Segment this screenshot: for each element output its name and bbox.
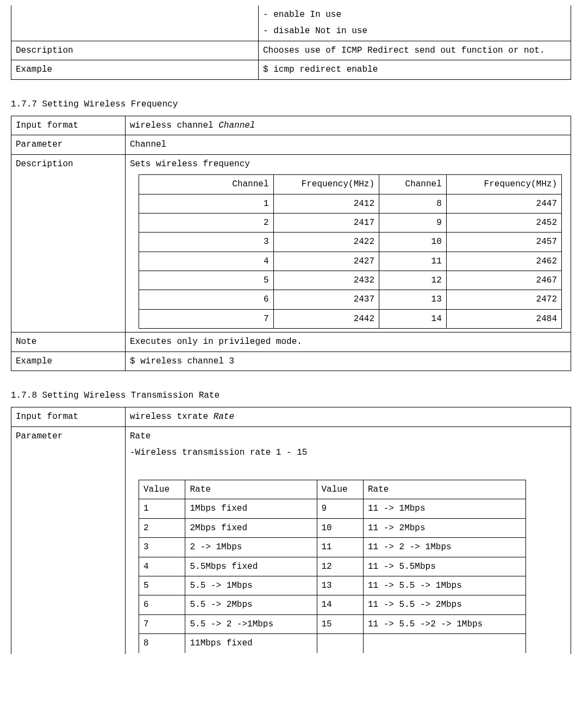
table-row: 72442142484 <box>139 309 562 328</box>
parameter-label: Parameter <box>11 426 126 654</box>
cell: 7 <box>139 309 274 328</box>
section-title-177: 1.7.7 Setting Wireless Frequency <box>11 96 571 112</box>
cell: 13 <box>379 290 447 309</box>
table-row: 52432122467 <box>139 271 562 290</box>
note-value: Executes only in privileged mode. <box>126 332 571 352</box>
cell: 5 <box>139 271 274 290</box>
description-text: Sets wireless frequency <box>130 156 566 172</box>
cell: 12 <box>379 271 447 290</box>
table-row: Example $ icmp redirect enable <box>11 60 571 79</box>
parameter-label: Parameter <box>11 135 126 154</box>
table-row: 42427112462 <box>139 252 562 271</box>
parameter-line-2: -Wireless transmission rate 1 - 15 <box>130 444 566 461</box>
cell: 2437 <box>273 290 379 309</box>
table-row: 65.5 -> 2Mbps1411 -> 5.5 -> 2Mbps <box>139 595 526 614</box>
enable-disable-values: - enable In use - disable Not in use <box>259 5 571 41</box>
cell: 2412 <box>273 194 379 213</box>
header-channel-1: Channel <box>139 175 274 194</box>
input-format-prefix: wireless channel <box>130 121 218 130</box>
table-row: Description Sets wireless frequency Chan… <box>11 154 571 332</box>
table-header-row: Value Rate Value Rate <box>139 480 526 499</box>
table-row: Parameter Channel <box>11 135 571 154</box>
cell: 8 <box>139 634 185 653</box>
cell: 2442 <box>273 309 379 328</box>
cell: 1 <box>139 194 274 213</box>
cell: 3 <box>139 538 185 557</box>
cell: 4 <box>139 557 185 576</box>
description-label: Description <box>11 154 126 332</box>
description-value: Chooses use of ICMP Redirect send out fu… <box>259 41 571 60</box>
cell: 2457 <box>446 233 561 252</box>
cell: 5.5Mbps fixed <box>185 557 317 576</box>
cell: 10 <box>317 518 363 537</box>
cell: 12 <box>317 557 363 576</box>
input-format-label: Input format <box>11 116 126 135</box>
cell <box>317 634 363 653</box>
cell: 1 <box>139 499 185 518</box>
table-row: 1241282447 <box>139 194 562 213</box>
note-label: Note <box>11 332 126 352</box>
wireless-frequency-table: Input format wireless channel Channel Pa… <box>11 116 571 371</box>
table-row: Input format wireless txrate Rate <box>11 407 571 426</box>
parameter-cell: Rate -Wireless transmission rate 1 - 15 … <box>126 426 571 654</box>
cell: 2427 <box>273 252 379 271</box>
cell: 11 -> 5.5 -> 2Mbps <box>363 595 525 614</box>
cell: 11 <box>317 538 363 557</box>
example-value: $ wireless channel 3 <box>126 352 571 371</box>
cell: 11 -> 1Mbps <box>363 499 525 518</box>
table-row: 32 -> 1Mbps1111 -> 2 -> 1Mbps <box>139 538 526 557</box>
cell: 11 -> 5.5 ->2 -> 1Mbps <box>363 614 525 633</box>
cell: 6 <box>139 595 185 614</box>
table-row: 55.5 -> 1Mbps1311 -> 5.5 -> 1Mbps <box>139 576 526 595</box>
table-row: Parameter Rate -Wireless transmission ra… <box>11 426 571 654</box>
input-format-param: Channel <box>218 121 255 130</box>
cell: 11 -> 5.5 -> 1Mbps <box>363 576 525 595</box>
table-row: Description Chooses use of ICMP Redirect… <box>11 41 571 60</box>
cell: 8 <box>379 194 447 213</box>
input-format-value: wireless txrate Rate <box>126 407 571 426</box>
cell: 2472 <box>446 290 561 309</box>
header-rate-1: Rate <box>185 480 317 499</box>
cell: 2 <box>139 213 274 232</box>
example-label: Example <box>11 352 126 371</box>
cell: 2 -> 1Mbps <box>185 538 317 557</box>
parameter-line-1: Rate <box>130 428 566 444</box>
table-row: Note Executes only in privileged mode. <box>11 332 571 352</box>
cell: 2467 <box>446 271 561 290</box>
cell: 4 <box>139 252 274 271</box>
cell: 2462 <box>446 252 561 271</box>
table-row: Example $ wireless channel 3 <box>11 352 571 371</box>
table-row: - enable In use - disable Not in use <box>11 5 571 41</box>
cell: 11 -> 2 -> 1Mbps <box>363 538 525 557</box>
cell: 13 <box>317 576 363 595</box>
cell: 2 <box>139 518 185 537</box>
wireless-txrate-table: Input format wireless txrate Rate Parame… <box>11 407 571 654</box>
frequency-inner-table: Channel Frequency(MHz) Channel Frequency… <box>139 174 562 329</box>
header-frequency-2: Frequency(MHz) <box>446 175 561 194</box>
cell: 11 <box>379 252 447 271</box>
cell: 5.5 -> 2Mbps <box>185 595 317 614</box>
cell: 11 -> 2Mbps <box>363 518 525 537</box>
cell: 6 <box>139 290 274 309</box>
table-row: 22Mbps fixed1011 -> 2Mbps <box>139 518 526 537</box>
icmp-table-partial: - enable In use - disable Not in use Des… <box>11 5 571 80</box>
cell: 14 <box>317 595 363 614</box>
rate-inner-table: Value Rate Value Rate 11Mbps fixed911 ->… <box>139 480 526 653</box>
cell: 3 <box>139 233 274 252</box>
cell: 5.5 -> 2 ->1Mbps <box>185 614 317 633</box>
cell: 2422 <box>273 233 379 252</box>
header-frequency-1: Frequency(MHz) <box>273 175 379 194</box>
cell: 15 <box>317 614 363 633</box>
cell: 11 -> 5.5Mbps <box>363 557 525 576</box>
description-cell: Sets wireless frequency Channel Frequenc… <box>126 154 571 332</box>
cell: 2452 <box>446 213 561 232</box>
header-channel-2: Channel <box>379 175 447 194</box>
cell: 5 <box>139 576 185 595</box>
header-rate-2: Rate <box>363 480 525 499</box>
table-row: 75.5 -> 2 ->1Mbps1511 -> 5.5 ->2 -> 1Mbp… <box>139 614 526 633</box>
cell: 2432 <box>273 271 379 290</box>
input-format-label: Input format <box>11 407 126 426</box>
example-value: $ icmp redirect enable <box>259 60 571 79</box>
section-title-178: 1.7.8 Setting Wireless Transmission Rate <box>11 387 571 404</box>
cell: 2447 <box>446 194 561 213</box>
